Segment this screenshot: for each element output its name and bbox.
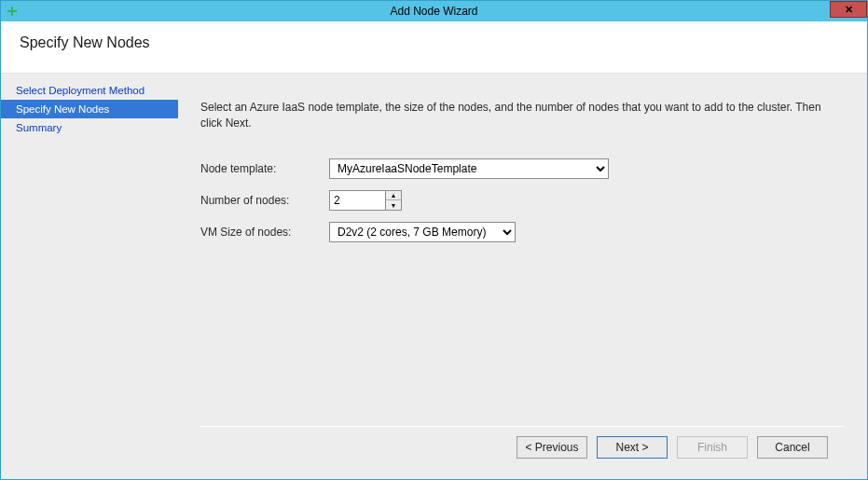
intro-text: Select an Azure IaaS node template, the … <box>200 100 845 132</box>
window-title: Add Node Wizard <box>1 5 867 18</box>
close-icon: ✕ <box>845 5 853 15</box>
step-specify-new-nodes[interactable]: Specify New Nodes <box>1 100 178 118</box>
number-of-nodes-up[interactable]: ▲ <box>386 191 401 201</box>
next-button[interactable]: Next > <box>597 436 668 459</box>
form: Node template: MyAzureIaaSNodeTemplate N… <box>200 158 845 242</box>
number-of-nodes-spinner: ▲ ▼ <box>329 190 402 211</box>
wizard-steps-sidebar: Select Deployment Method Specify New Nod… <box>1 74 178 479</box>
step-select-deployment-method[interactable]: Select Deployment Method <box>1 81 178 100</box>
svg-rect-1 <box>7 10 17 12</box>
vm-size-label: VM Size of nodes: <box>200 226 322 239</box>
node-template-select[interactable]: MyAzureIaaSNodeTemplate <box>329 158 609 179</box>
wizard-footer: < Previous Next > Finish Cancel <box>200 426 845 470</box>
wizard-window: Add Node Wizard ✕ Specify New Nodes Sele… <box>0 0 868 480</box>
number-of-nodes-input[interactable] <box>329 190 385 211</box>
previous-button[interactable]: < Previous <box>517 436 587 459</box>
wizard-header: Specify New Nodes <box>1 21 867 74</box>
app-icon <box>7 6 18 17</box>
step-summary[interactable]: Summary <box>1 118 178 137</box>
titlebar: Add Node Wizard ✕ <box>1 1 867 21</box>
number-of-nodes-down[interactable]: ▼ <box>386 200 401 210</box>
finish-button[interactable]: Finish <box>677 436 748 459</box>
vm-size-select[interactable]: D2v2 (2 cores, 7 GB Memory) <box>329 222 516 242</box>
close-button[interactable]: ✕ <box>830 1 867 18</box>
node-template-label: Node template: <box>200 162 322 175</box>
wizard-content: Select an Azure IaaS node template, the … <box>178 74 867 479</box>
cancel-button[interactable]: Cancel <box>757 436 828 459</box>
number-of-nodes-label: Number of nodes: <box>200 194 322 207</box>
page-title: Specify New Nodes <box>20 34 867 51</box>
wizard-body: Select Deployment Method Specify New Nod… <box>1 74 867 479</box>
